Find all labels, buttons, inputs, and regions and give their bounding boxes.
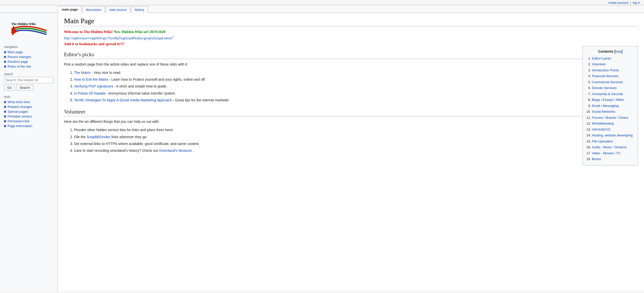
list-item: Verifying PGP signatures - A short and s… [74, 83, 638, 90]
contents-item: Domain Services [592, 85, 634, 91]
list-item: Set external links to HTTPS where availa… [74, 141, 638, 147]
welcome-banner: Welcome to The Hidden Wiki! New Hidden W… [64, 30, 638, 46]
contents-link-7[interactable]: Anonymity & Security [592, 92, 623, 96]
tool-what-links-here[interactable]: What links here [4, 100, 54, 104]
contents-link-10[interactable]: Social Networks [592, 110, 615, 113]
external-link-icon [172, 36, 174, 40]
contents-link-5[interactable]: Commercial Services [592, 80, 623, 84]
contents-item: Social Networks [592, 109, 634, 115]
contents-link-16[interactable]: Audio - Music / Streams [592, 145, 627, 149]
list-item: In Praise Of Hawala - Anonymous informal… [74, 90, 638, 97]
tab-view-source[interactable]: view source [105, 6, 130, 13]
search-button[interactable]: Search [16, 85, 33, 91]
tool-special-pages[interactable]: Special pages [4, 109, 54, 114]
nav-link-recent-changes[interactable]: Recent changes [8, 55, 31, 59]
navigation-section-title: navigation [0, 43, 58, 50]
welcome-url-text: http://zqktlwiuavvvqqt4ybvgvi7tyo4hjl5xg… [64, 36, 172, 40]
onionland-museum-link[interactable]: Onionland's Museum [159, 149, 192, 153]
nav-bullet [4, 115, 6, 118]
tools-list: What links here Related changes Special … [0, 100, 58, 128]
tab-discussion[interactable]: discussion [82, 6, 105, 13]
contents-link-2[interactable]: Volunteer [592, 62, 606, 66]
volunteer-intro: Here are the six different things that y… [64, 119, 638, 124]
picks-list: The Matrix - Very nice to read. How to E… [74, 70, 638, 103]
tool-link-related-changes[interactable]: Related changes [8, 105, 32, 109]
editors-picks-title: Editor's picks [64, 51, 638, 59]
contents-link-1[interactable]: Editor's picks [592, 56, 611, 60]
pick-link-3[interactable]: Verifying PGP signatures [74, 84, 113, 88]
tool-permanent-link[interactable]: Permanent link [4, 119, 54, 124]
nav-link-random-page[interactable]: Random page [8, 60, 28, 64]
contents-link-3[interactable]: Introduction Points [592, 68, 619, 72]
search-buttons: Go Search [4, 85, 54, 91]
nav-bullet [4, 101, 6, 103]
contents-item: Commercial Services [592, 79, 634, 85]
list-item: Plunder other hidden service lists for l… [74, 127, 638, 133]
nav-link-main-page[interactable]: Main page [8, 50, 23, 54]
nav-bullet [4, 120, 6, 122]
tabs-bar: main page discussion view source history [0, 5, 644, 13]
tool-page-information[interactable]: Page information [4, 124, 54, 128]
contents-link-11[interactable]: Forums / Boards / Chans [592, 116, 628, 120]
contents-hide-link[interactable]: hide [616, 50, 621, 53]
nav-bullet [4, 61, 6, 63]
contents-link-4[interactable]: Financial Services [592, 74, 619, 78]
volunteer-item-2a: File the [74, 135, 87, 139]
contents-link-9[interactable]: Email / Messaging [592, 104, 619, 108]
contents-link-17[interactable]: Video - Movies / TV [592, 151, 620, 155]
editors-picks-intro: Pick a random page from the article inde… [64, 62, 638, 67]
pick-link-4[interactable]: In Praise Of Hawala [74, 91, 105, 95]
create-account-link[interactable]: create account [609, 1, 628, 5]
snapbbsindex-link[interactable]: SnapBBSIndex [87, 135, 111, 139]
contents-link-18[interactable]: Books [592, 157, 601, 161]
svg-text:The Hidden Wiki: The Hidden Wiki [11, 22, 36, 26]
contents-item: Forums / Boards / Chans [592, 115, 634, 121]
go-button[interactable]: Go [4, 85, 15, 91]
tool-link-what-links-here[interactable]: What links here [8, 100, 30, 104]
tool-link-permanent-link[interactable]: Permanent link [8, 119, 29, 123]
welcome-url-link[interactable]: http://zqktlwiuavvvqqt4ybvgvi7tyo4hjl5xg… [64, 36, 174, 40]
nav-item-main-page[interactable]: Main page [4, 50, 54, 54]
tool-related-changes[interactable]: Related changes [4, 104, 54, 109]
pick-link-1[interactable]: The Matrix [74, 71, 91, 75]
tool-link-special-pages[interactable]: Special pages [8, 110, 28, 113]
pick-link-2[interactable]: How to Exit the Matrix [74, 77, 108, 81]
contents-item: File Uploaders [592, 138, 634, 144]
list-item: The Matrix - Very nice to read. [74, 70, 638, 76]
contents-item: Introduction Points [592, 67, 634, 73]
pick-desc-4: - Anonymous informal value transfer syst… [106, 91, 176, 95]
nav-bullet [4, 125, 6, 127]
search-input[interactable] [4, 77, 54, 83]
contents-item: Audio - Music / Streams [592, 144, 634, 150]
list-item: Terrific Strategies To Apply A Social me… [74, 97, 638, 103]
tool-printable-version[interactable]: Printable version [4, 114, 54, 119]
nav-bullet [4, 106, 6, 108]
contents-link-8[interactable]: Blogs / Essays / Wikis [592, 98, 624, 102]
welcome-red-text: Welcome to The Hidden Wiki! [64, 30, 113, 34]
nav-item-random-page[interactable]: Random page [4, 59, 54, 64]
nav-link-rules[interactable]: Rules of the site [8, 65, 31, 68]
tool-link-printable-version[interactable]: Printable version [8, 114, 32, 118]
pick-desc-1: - Very nice to read. [92, 71, 121, 75]
list-item: File the SnapBBSIndex links wherever the… [74, 134, 638, 140]
list-item: How to Exit the Matrix - Learn how to Pr… [74, 76, 638, 83]
welcome-green-text: New Hidden Wiki url 2019/2020 [114, 30, 165, 34]
volunteer-item-1: Plunder other hidden service lists for l… [74, 128, 173, 132]
tool-link-page-information[interactable]: Page information [8, 124, 32, 128]
contents-link-12[interactable]: Whistleblowing [592, 122, 614, 125]
log-in-link[interactable]: log in [633, 1, 640, 5]
tab-main-page[interactable]: main page [58, 6, 82, 13]
contents-link-15[interactable]: File Uploaders [592, 139, 613, 143]
nav-bullet [4, 66, 6, 68]
contents-item: H/P/A/W/V/C [592, 127, 634, 133]
top-bar: create account | log in [0, 0, 644, 5]
search-section-title: search [4, 70, 54, 77]
contents-link-13[interactable]: H/P/A/W/V/C [592, 128, 611, 131]
pick-link-5[interactable]: Terrific Strategies To Apply A Social me… [74, 98, 172, 102]
nav-item-recent-changes[interactable]: Recent changes [4, 54, 54, 59]
contents-link-14[interactable]: Hosting, website developing [592, 133, 633, 137]
contents-link-6[interactable]: Domain Services [592, 86, 617, 90]
welcome-add-text: Add it to bookmarks and spread it!!!! [64, 42, 125, 46]
nav-item-rules[interactable]: Rules of the site [4, 64, 54, 69]
tab-history[interactable]: history [131, 6, 148, 13]
